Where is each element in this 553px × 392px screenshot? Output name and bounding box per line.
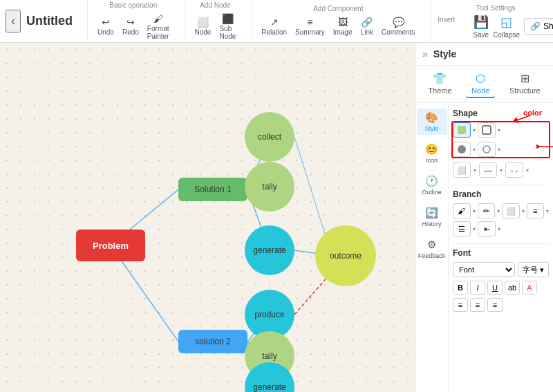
panel-body: 🎨 Style 😊 Icon 🕐 Outline 🔄 History ⚙	[415, 103, 553, 392]
underline-button[interactable]: U	[487, 281, 503, 295]
svg-rect-12	[458, 126, 466, 134]
collect-node[interactable]: collect	[245, 112, 294, 162]
align-right-button[interactable]: ≡	[487, 298, 503, 312]
outline-dashed-button[interactable]: - -	[505, 162, 523, 178]
branch-dropdown4[interactable]: ▾	[546, 208, 549, 214]
sub-node-icon: ⬛	[222, 13, 234, 24]
image-button[interactable]: 🖼 Image	[330, 15, 355, 37]
tool-settings-group: Tool Settings 💾 Save ◱ Collapse 🔗 Share …	[473, 0, 553, 43]
share-icon: 🔗	[530, 21, 541, 31]
outline-dropdown1[interactable]: ▾	[474, 167, 476, 174]
comments-button[interactable]: 💬 Comments	[379, 15, 418, 37]
feedback-icon: ⚙	[427, 239, 436, 251]
outline-dropdown2[interactable]: ▾	[500, 167, 503, 174]
save-button[interactable]: 💾 Save	[473, 15, 489, 39]
back-button[interactable]: ‹	[6, 10, 21, 32]
shape2-dropdown[interactable]: ▾	[498, 147, 500, 153]
collapse-button[interactable]: ◱ Collapse	[493, 15, 520, 39]
branch-paint-button[interactable]: 🖌	[453, 203, 471, 218]
branch-dropdown6[interactable]: ▾	[498, 226, 500, 232]
tab-structure[interactable]: ⊞ Structure	[504, 70, 546, 98]
sub-node-button[interactable]: ⬛ Sub Node	[216, 12, 238, 41]
shape-row-1: ▾ ▾	[453, 122, 549, 138]
italic-button[interactable]: I	[470, 281, 485, 295]
tab-theme[interactable]: 👕 Theme	[422, 70, 457, 98]
save-icon: 💾	[474, 15, 489, 30]
structure-icon: ⊞	[521, 72, 529, 85]
solution2-node[interactable]: solution 2	[178, 330, 247, 353]
align-center-button[interactable]: ≡	[470, 298, 485, 312]
relation-button[interactable]: ↗ Relation	[259, 15, 290, 37]
summary-button[interactable]: ≡ Summary	[292, 15, 328, 37]
nav-icon[interactable]: 😊 Icon	[417, 140, 447, 167]
node-button[interactable]: ⬜ Node	[192, 15, 214, 37]
divider2	[453, 243, 549, 244]
basic-operation-group: Basic operation ↩ Undo ↪ Redo 🖌 Format P…	[87, 0, 179, 43]
node-tab-icon: ⬡	[476, 72, 485, 85]
bold-button[interactable]: B	[453, 281, 468, 295]
panel-collapse-button[interactable]: »	[422, 48, 428, 59]
branch-row-1: 🖌 ▾ ✏ ▾ ⬜ ▾ ≡ ▾	[453, 203, 549, 218]
collapse-icon: ◱	[500, 15, 512, 30]
font-row: Font 字号 ▾	[453, 262, 549, 277]
link-button[interactable]: 🔗 Link	[358, 15, 376, 37]
branch-indent-button[interactable]: ⇤	[478, 221, 496, 236]
undo-icon: ↩	[102, 17, 110, 28]
canvas[interactable]: Problem Solution 1 solution 2 collect ta…	[0, 43, 415, 392]
shape-controls: color ▾	[453, 122, 549, 157]
fill-color-button[interactable]	[453, 122, 471, 138]
redo-button[interactable]: ↪ Redo	[120, 15, 142, 37]
font-select[interactable]: Font	[453, 262, 515, 277]
basic-operation-label: Basic operation	[109, 1, 157, 9]
insert-group: Insert	[430, 0, 462, 43]
style-icon: 🎨	[425, 111, 438, 124]
problem-node[interactable]: Problem	[76, 230, 145, 261]
strikethrough-button[interactable]: ab	[505, 281, 520, 295]
branch-list-button[interactable]: ☰	[453, 221, 471, 236]
undo-button[interactable]: ↩ Undo	[95, 15, 117, 37]
image-icon: 🖼	[338, 17, 348, 28]
nav-feedback[interactable]: ⚙ Feedback	[417, 236, 447, 262]
redo-icon: ↪	[126, 17, 135, 28]
nav-outline[interactable]: 🕐 Outline	[417, 172, 447, 198]
branch-line-button[interactable]: ✏	[478, 203, 496, 218]
color-annotation: color	[523, 109, 542, 117]
font-title: Font	[453, 248, 549, 258]
theme-icon: 👕	[433, 72, 447, 85]
branch-align-button[interactable]: ≡	[527, 203, 545, 218]
branch-dropdown2[interactable]: ▾	[497, 208, 500, 214]
panel-sidenav: 🎨 Style 😊 Icon 🕐 Outline 🔄 History ⚙	[415, 103, 449, 392]
add-node-group: Add Node ⬜ Node ⬛ Sub Node	[185, 0, 246, 43]
generate1-node[interactable]: generate	[245, 225, 294, 275]
outline-dropdown3[interactable]: ▾	[526, 167, 529, 174]
tally1-node[interactable]: tally	[245, 162, 294, 212]
font-size-button[interactable]: 字号 ▾	[518, 262, 549, 277]
font-color-button[interactable]: A	[522, 281, 537, 295]
branch-dropdown1[interactable]: ▾	[473, 208, 476, 214]
branch-row-2: ☰ ▾ ⇤ ▾	[453, 221, 549, 236]
relation-icon: ↗	[270, 17, 279, 28]
outline-square-button[interactable]: ⬜	[453, 162, 471, 178]
outline-line-button[interactable]: —	[479, 162, 497, 178]
align-left-button[interactable]: ≡	[453, 298, 468, 312]
shape1-dropdown[interactable]: ▾	[473, 147, 476, 153]
icon-nav-icon: 😊	[425, 143, 438, 156]
outcome-node[interactable]: outcome	[315, 225, 376, 286]
border-color-button[interactable]	[478, 122, 496, 138]
circle-filled-button[interactable]	[453, 142, 471, 157]
solution1-node[interactable]: Solution 1	[178, 178, 247, 201]
border-color-dropdown[interactable]: ▾	[498, 127, 500, 133]
fill-color-dropdown[interactable]: ▾	[473, 127, 476, 133]
panel-title: Style	[433, 48, 456, 59]
circle-outline-button[interactable]	[478, 142, 496, 157]
tab-node[interactable]: ⬡ Node	[466, 70, 495, 98]
branch-rect-button[interactable]: ⬜	[502, 203, 520, 218]
format-painter-button[interactable]: 🖌 Format Painter	[144, 12, 172, 41]
share-button[interactable]: 🔗 Share	[524, 18, 553, 35]
nav-style[interactable]: 🎨 Style	[417, 109, 447, 135]
branch-dropdown5[interactable]: ▾	[473, 226, 476, 232]
nav-history[interactable]: 🔄 History	[417, 204, 447, 230]
comments-icon: 💬	[393, 17, 404, 28]
branch-dropdown3[interactable]: ▾	[522, 208, 525, 214]
summary-icon: ≡	[307, 17, 312, 28]
